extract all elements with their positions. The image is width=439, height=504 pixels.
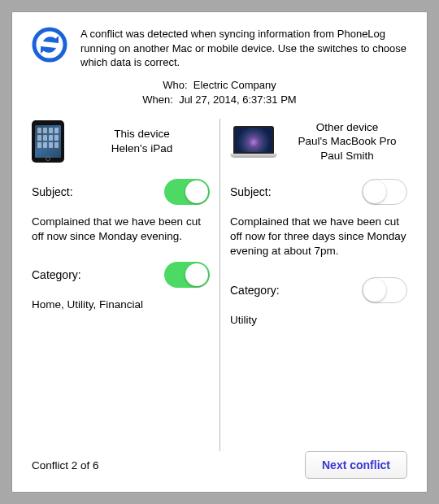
right-subject-label: Subject: [230,185,272,198]
right-device-title: Other device [287,120,407,135]
left-device-title: This device [74,127,210,141]
left-device-header: This device Helen's iPad [32,119,210,164]
right-subject-toggle[interactable] [362,179,407,205]
right-category-value: Utility [230,313,407,328]
next-conflict-button[interactable]: Next conflict [305,451,407,479]
right-device-header: Other device Paul's MacBook Pro Paul Smi… [230,119,407,164]
conflict-counter: Conflict 2 of 6 [32,459,99,471]
right-category-label: Category: [230,284,280,297]
conflict-columns: This device Helen's iPad Subject: Compla… [32,119,407,451]
dialog-footer: Conflict 2 of 6 Next conflict [32,451,407,479]
left-subject-toggle[interactable] [164,179,210,205]
who-value: Electric Company [193,79,276,91]
dialog-header: A conflict was detected when syncing inf… [32,27,407,70]
meta-block: Who: Electric Company When: Jul 27, 2014… [32,78,407,107]
ipad-icon [32,120,64,163]
conflict-dialog: A conflict was detected when syncing inf… [11,11,428,493]
left-subject-value: Complained that we have been cut off now… [32,215,210,244]
macbook-icon [230,126,277,158]
left-category-value: Home, Utility, Financial [32,298,210,312]
when-value: Jul 27, 2014, 6:37:31 PM [179,93,297,106]
svg-point-0 [34,29,65,60]
right-device-user: Paul Smith [287,149,407,163]
intro-text: A conflict was detected when syncing inf… [80,27,407,70]
when-label: When: [142,93,173,106]
left-category-toggle[interactable] [164,262,210,288]
who-label: Who: [163,79,187,91]
right-column: Other device Paul's MacBook Pro Paul Smi… [220,119,407,451]
right-device-name: Paul's MacBook Pro [287,134,407,149]
left-column: This device Helen's iPad Subject: Compla… [32,119,220,451]
left-category-label: Category: [32,268,81,281]
left-subject-label: Subject: [32,185,73,198]
left-device-name: Helen's iPad [74,141,210,156]
right-category-toggle[interactable] [362,277,407,303]
sync-icon [32,27,67,63]
right-subject-value: Complained that we have been cut off now… [230,215,407,259]
